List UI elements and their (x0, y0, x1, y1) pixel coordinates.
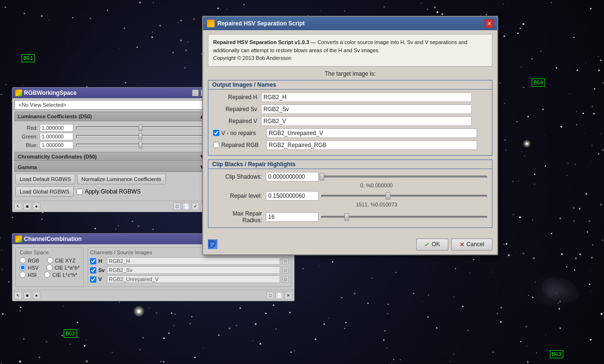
repaired-sv-input[interactable] (261, 104, 472, 114)
normalize-btn[interactable]: Normalize Luminance Coefficients (77, 174, 166, 184)
repair-level-label: Repair level: (213, 193, 266, 199)
copyright-text: Copyright © 2013 Bob Andersson (213, 55, 291, 61)
load-global-rgbws-btn[interactable]: Load Global RGBWS (15, 186, 74, 197)
color-space-title: Color Space (20, 250, 80, 255)
hsi-radio-row: HSI CIE L*c*h* (20, 272, 80, 278)
repaired-rgb-row: Repaired RGB (213, 140, 487, 150)
red-slider-thumb (138, 125, 142, 131)
blue-value-input[interactable] (40, 141, 73, 149)
max-repair-input[interactable] (266, 212, 319, 222)
v-channel-checkbox[interactable] (90, 276, 96, 283)
sv-channel-icon[interactable]: □ (282, 267, 289, 273)
cie-lch-radio[interactable] (44, 272, 50, 278)
sv-channel-letter: Sv (98, 267, 105, 273)
view-icon-2[interactable]: 📄 (182, 203, 190, 210)
bg-label-1: BG1 (22, 54, 35, 62)
clip-shadows-input[interactable] (266, 172, 319, 182)
repaired-rgb-input[interactable] (266, 140, 477, 150)
clip-shadows-slider-container (321, 173, 487, 181)
view-select[interactable]: <No View Selected> (14, 100, 208, 110)
channel-asterisk-icon[interactable]: ✕ (285, 292, 292, 299)
dialog-title-text: Repaired HSV Separation Script (217, 20, 305, 27)
v-no-repairs-checkbox[interactable] (213, 130, 219, 136)
info-box: Repaired HSV Separation Script v1.0.3 — … (208, 34, 492, 67)
repaired-sv-row: Repaired Sv (213, 104, 487, 114)
gamma-section-header[interactable]: Gamma ▼ (14, 162, 208, 172)
green-slider-thumb (138, 133, 142, 140)
v-no-repairs-input[interactable] (266, 128, 477, 138)
color-space-box: Color Space RGB CIE XYZ HSV CIE L*a*b* H… (15, 247, 84, 287)
repaired-v-input[interactable] (261, 116, 472, 126)
max-repair-track[interactable] (321, 216, 487, 218)
channel-view-icon-1[interactable]: □ (266, 292, 274, 299)
luminance-label: Luminance Coefficients (D50) (18, 114, 92, 119)
repaired-rgb-checkbox[interactable] (213, 142, 219, 148)
channel-panel-icon (15, 236, 22, 242)
bg-label-2: BG2 (64, 330, 77, 338)
green-value-input[interactable] (40, 133, 73, 140)
green-slider[interactable] (76, 135, 205, 138)
rgb-radio-row: RGB CIE XYZ (20, 257, 80, 263)
dialog-footer: ✓ OK ✕ Cancel (203, 236, 497, 254)
cie-lab-radio[interactable] (46, 264, 53, 271)
v-channel-icon[interactable]: □ (282, 276, 289, 283)
channel-view-icon-2[interactable]: 📄 (275, 292, 283, 299)
cie-lab-label: CIE L*a*b* (55, 265, 80, 271)
cancel-x-icon: ✕ (459, 241, 465, 248)
clip-section-body: Clip Shadows: 0, %0.000000 Repair level: (208, 169, 492, 228)
red-value-input[interactable] (40, 124, 73, 132)
luminance-section-header[interactable]: Luminance Coefficients (D50) ▲ (14, 112, 208, 121)
repaired-rgb-label: Repaired RGB (221, 142, 264, 148)
check-icon[interactable]: ✓ (192, 203, 199, 210)
sv-channel-input[interactable] (107, 266, 280, 274)
hsi-radio[interactable] (20, 272, 26, 278)
repaired-sv-label: Repaired Sv (213, 106, 261, 113)
h-channel-checkbox[interactable] (90, 258, 96, 264)
ok-button[interactable]: ✓ OK (416, 239, 448, 250)
channel-arrow-icon[interactable]: ↖ (14, 292, 22, 299)
load-default-rgbws-btn[interactable]: Load Default RGBWS (15, 174, 75, 184)
clip-shadows-row: Clip Shadows: (213, 172, 487, 182)
repaired-h-input[interactable] (261, 92, 472, 102)
chromaticity-label: Chromaticity Coordinates (D50) (18, 154, 97, 159)
green-label: Green: (18, 134, 40, 139)
v-channel-input[interactable] (107, 275, 280, 283)
bg-label-3: BG3 (550, 350, 563, 358)
rgb-buttons-row1: Load Default RGBWS Normalize Luminance C… (15, 174, 207, 184)
dialog-icon: ⬡ (207, 20, 215, 27)
clip-shadows-track[interactable] (321, 176, 487, 178)
blue-slider[interactable] (76, 144, 205, 147)
max-repair-row: Max Repair Radius: (213, 210, 487, 224)
channel-square-icon[interactable]: ■ (23, 292, 31, 299)
footer-buttons: ✓ OK ✕ Cancel (416, 239, 492, 250)
red-slider[interactable] (76, 126, 205, 129)
square-tool-icon[interactable]: ■ (23, 203, 31, 210)
footer-left (208, 239, 217, 249)
channel-toolbar: ↖ ■ ● □ 📄 ✕ (12, 290, 294, 301)
repair-level-input[interactable] (266, 191, 319, 201)
dialog-close-btn[interactable]: ✕ (485, 19, 493, 28)
arrow-tool-icon[interactable]: ↖ (14, 203, 22, 210)
channel-circle-icon[interactable]: ● (33, 292, 40, 299)
cancel-button[interactable]: ✕ Cancel (451, 239, 492, 250)
rgb-radio[interactable] (20, 257, 26, 263)
rgb-minimize-btn[interactable]: _ (192, 90, 199, 96)
target-line: The target image is: (208, 70, 492, 77)
hsv-radio[interactable] (20, 264, 26, 271)
rgb-panel-icon (15, 90, 22, 96)
chromaticity-section-header[interactable]: Chromaticity Coordinates (D50) ▼ (14, 152, 208, 161)
repair-level-sub: 1511, %0.010073 (213, 202, 487, 207)
clip-shadows-sub: 0, %0.000000 (213, 182, 487, 188)
h-channel-icon[interactable]: □ (282, 258, 289, 264)
clip-shadows-thumb (319, 173, 324, 181)
circle-tool-icon[interactable]: ● (33, 203, 40, 210)
cie-xyz-radio[interactable] (47, 257, 53, 263)
h-channel-input[interactable] (107, 257, 280, 265)
apply-global-checkbox[interactable] (77, 189, 83, 195)
blue-coeff-row: Blue: (18, 141, 205, 149)
view-icon-1[interactable]: □ (173, 203, 181, 210)
repair-level-track[interactable] (321, 195, 487, 197)
rgb-titlebar: RGBWorkingSpace _ ✕ (12, 88, 210, 98)
rgb-buttons-row2: Load Global RGBWS Apply Global RGBWS (15, 186, 207, 197)
sv-channel-checkbox[interactable] (90, 267, 96, 273)
